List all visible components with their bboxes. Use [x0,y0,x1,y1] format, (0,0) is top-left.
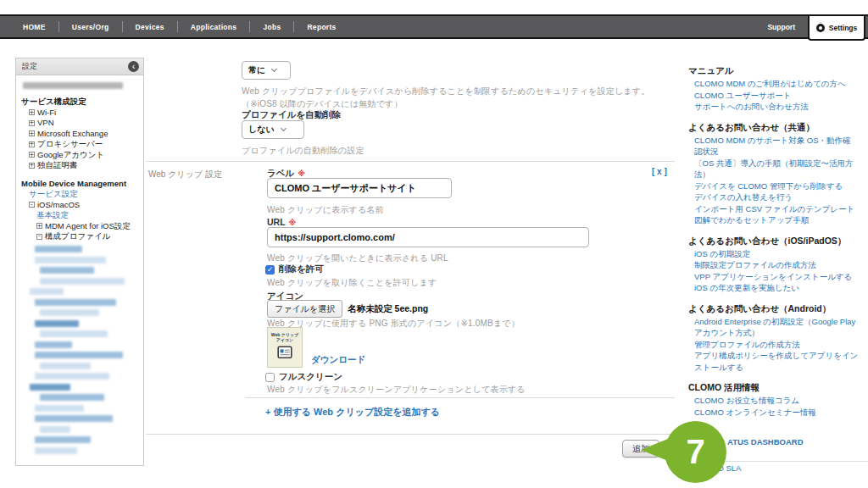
expand-icon[interactable]: + [29,141,35,147]
nav-item-devices[interactable]: Devices [123,23,177,31]
auto-remove-select[interactable]: しない [242,120,304,139]
redacted-tree-item [35,415,113,422]
help-link[interactable]: Android Enterprise の初期設定（Google Play アカウ… [688,316,859,339]
expand-icon[interactable]: + [29,152,35,158]
tree-item-label[interactable]: MDM Agent for iOS設定 [45,221,131,232]
chevron-down-icon [281,125,287,131]
help-link[interactable]: デバイスの入れ替えを行う [688,191,859,203]
webclip-remove-link[interactable]: [ x ] [652,167,667,176]
redacted-tree-item [35,436,91,443]
redacted-tree-item [40,278,125,285]
removable-help-text: Web クリップを取り除くことを許可します [267,276,437,289]
collapse-icon[interactable]: - [29,202,35,208]
help-link[interactable]: デバイスを CLOMO 管理下から削除する [688,180,859,192]
tree-item-label: サービス構成設定 [21,97,86,108]
sidebar-item-wi-fi[interactable]: +Wi-Fi [21,108,140,119]
redacted-tree-item [40,330,108,337]
help-link[interactable]: 〔OS 共通〕導入の手順（初期設定〜活用方法） [688,158,859,180]
help-link[interactable]: アプリ構成ポリシーを作成してアプリをインストールする [688,350,859,373]
fullscreen-checkbox-row: フルスクリーン [265,371,342,383]
help-link[interactable]: CLOMO オンラインセミナー情報 [688,407,859,419]
help-link[interactable]: 管理プロファイルの作成方法 [688,339,859,351]
bottom-divider [146,434,675,435]
tree-item-label[interactable]: Microsoft Exchange [37,129,108,140]
tree-item-label[interactable]: 基本設定 [36,210,69,221]
sidebar-item-mdm-agent-for-ios[interactable]: +MDM Agent for iOS設定 [21,221,140,232]
label-help-text: Web クリップに表示する名前 [267,203,384,216]
help-link[interactable]: CLOMO MDM のサポート対象 OS・動作確認状況 [688,135,859,158]
help-link[interactable]: iOS の初期設定 [688,248,859,260]
nav-item-applications[interactable]: Applications [178,23,250,31]
help-link[interactable]: CLOMO ユーザーサポート [688,90,859,102]
redacted-tree-item [35,447,77,454]
sidebar-title: 設定 [22,61,37,72]
redacted-tree-item [40,267,94,274]
nav-item-home[interactable]: HOME [10,23,58,31]
label-input[interactable] [267,178,452,198]
expand-icon[interactable]: + [29,109,35,115]
tree-item-label[interactable]: 独自証明書 [37,160,78,171]
sidebar-item-ios-macos[interactable]: -iOS/macOS [21,200,140,211]
expand-icon[interactable]: + [36,223,42,229]
label-text: URL [267,217,286,227]
url-field-label: URL※ [267,217,296,227]
help-link[interactable]: iOS の年次更新を実施したい [688,282,859,294]
url-input[interactable] [267,227,589,247]
security-select[interactable]: 常に [242,61,291,80]
tree-item-label[interactable]: サービス設定 [29,189,78,200]
sidebar-item-[interactable]: サービス設定 [21,189,140,200]
nav-item-jobs[interactable]: Jobs [250,23,293,31]
removable-checkbox-row: ✓ 削除を許可 [265,263,324,275]
tree-item-label[interactable]: Wi-Fi [37,108,56,119]
expand-icon[interactable]: + [29,163,35,169]
expand-icon[interactable]: + [29,130,35,136]
redacted-tree-item [35,405,84,412]
nav-item-support[interactable]: Support [767,16,795,37]
sidebar-item-[interactable]: -構成プロファイル [21,231,140,242]
sidebar-item-vpn[interactable]: +VPN [21,118,140,129]
add-webclip-link[interactable]: + 使用する Web クリップ設定を追加する [265,406,440,419]
help-panel: マニュアルCLOMO MDM のご利用がはじめての方へCLOMO ユーザーサポー… [688,64,859,483]
required-mark: ※ [289,219,297,227]
collapse-icon[interactable]: - [36,234,42,240]
help-link[interactable]: サポートへのお問い合わせ方法 [688,101,859,113]
status-dashboard-link[interactable]: ATUS DASHBOARD [727,437,804,446]
help-link[interactable]: VPP アプリケーションをインストールする [688,271,859,283]
tree-item-label[interactable]: iOS/macOS [37,200,80,211]
icon-help-text: Web クリップに使用する PNG 形式のアイコン（※1.0MBまで） [267,317,520,330]
fullscreen-label: フルスクリーン [279,371,342,383]
sidebar-item-microsoft-exchange[interactable]: +Microsoft Exchange [21,129,140,140]
nav-item-users-org[interactable]: Users/Org [59,23,122,31]
help-link[interactable]: CLOMO お役立ち情報コラム [688,395,859,407]
help-link[interactable]: 制限設定プロファイルの作成方法 [688,259,859,271]
tree-item-label[interactable]: Googleアカウント [37,150,104,161]
sidebar-item-[interactable]: 基本設定 [21,210,140,221]
redacted-tree-item [35,320,79,327]
download-link[interactable]: ダウンロード [311,354,365,366]
fullscreen-checkbox[interactable] [265,373,275,382]
redacted-tree-item [35,257,106,263]
tree-item-label[interactable]: 構成プロファイル [45,231,110,242]
callout-number-badge: 7 [665,421,726,483]
sidebar-collapse-button[interactable]: ‹ [128,61,139,72]
redacted-tree-item [35,299,116,306]
help-section-title: よくあるお問い合わせ（共通） [688,121,859,133]
choose-file-button[interactable]: ファイルを選択 [267,300,342,318]
sidebar-item-[interactable]: +独自証明書 [21,160,140,171]
help-section: よくあるお問い合わせ（共通）CLOMO MDM のサポート対象 OS・動作確認状… [688,121,859,226]
settings-tab-label: Settings [829,24,858,32]
nav-menu: HOMEUsers/OrgDevicesApplicationsJobsRepo… [0,16,349,37]
help-link[interactable]: CLOMO MDM のご利用がはじめての方へ [688,78,859,90]
tree-item-label[interactable]: プロキシサーバー [37,139,103,150]
help-section-title: よくあるお問い合わせ（Android） [688,302,859,314]
help-link[interactable]: 図解でわかるセットアップ手順 [688,214,859,226]
tree-item-label[interactable]: VPN [37,118,54,129]
removable-checkbox[interactable]: ✓ [265,265,275,274]
sidebar-item-[interactable]: +プロキシサーバー [21,139,140,150]
nav-item-reports[interactable]: Reports [294,23,348,31]
redacted-tree-item [30,288,64,295]
tab-settings[interactable]: Settings [808,14,865,41]
expand-icon[interactable]: + [29,120,35,126]
sidebar-item-google[interactable]: +Googleアカウント [21,150,140,161]
help-link[interactable]: インポート用 CSV ファイルのテンプレート [688,203,859,215]
